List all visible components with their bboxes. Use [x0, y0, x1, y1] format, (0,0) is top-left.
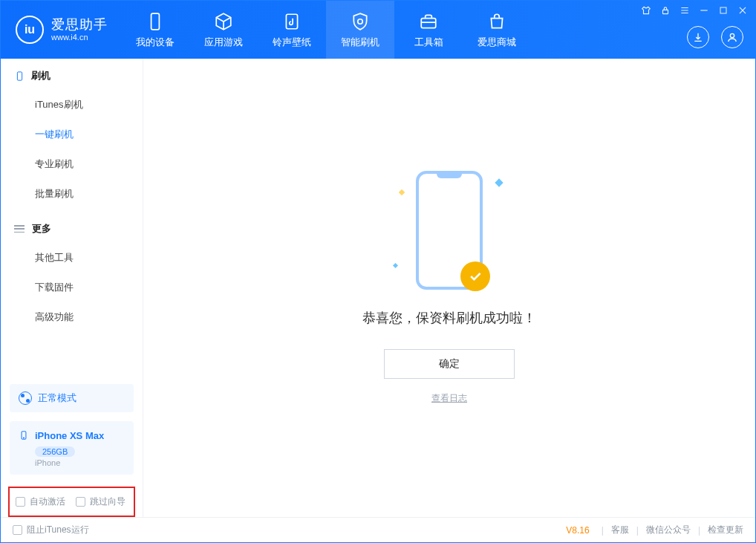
- footer-service-link[interactable]: 客服: [611, 524, 629, 536]
- device-capacity: 256GB: [35, 446, 75, 457]
- svg-point-8: [23, 438, 24, 438]
- sidebar-section-flash: 刷机: [1, 59, 143, 90]
- skip-guide-checkbox[interactable]: 跳过向导: [76, 495, 126, 508]
- header: iu 爱思助手 www.i4.cn 我的设备 应用游戏 铃声壁纸 智能刷机: [1, 1, 755, 59]
- phone-icon: [145, 11, 166, 32]
- svg-rect-4: [720, 7, 726, 13]
- sidebar-section-more: 更多: [1, 209, 143, 243]
- block-itunes-checkbox[interactable]: 阻止iTunes运行: [13, 524, 89, 536]
- phone-illustration: [416, 171, 483, 290]
- sidebar-item-advanced[interactable]: 高级功能: [1, 302, 143, 332]
- close-icon[interactable]: [737, 5, 748, 16]
- tab-device[interactable]: 我的设备: [121, 1, 189, 59]
- cube-icon: [213, 11, 234, 32]
- ok-button[interactable]: 确定: [384, 349, 515, 379]
- options-highlight: 自动激活 跳过向导: [8, 487, 135, 517]
- tab-store[interactable]: 爱思商城: [463, 1, 531, 59]
- music-file-icon: [281, 11, 302, 32]
- auto-activate-checkbox[interactable]: 自动激活: [16, 495, 65, 508]
- toolbox-icon: [418, 11, 439, 32]
- app-title: 爱思助手: [51, 17, 108, 33]
- minimize-icon[interactable]: [699, 5, 709, 16]
- svg-point-5: [730, 33, 734, 37]
- logo: iu 爱思助手 www.i4.cn: [1, 1, 121, 59]
- svg-rect-0: [151, 13, 160, 30]
- device-name: iPhone XS Max: [35, 430, 104, 441]
- main-tabs: 我的设备 应用游戏 铃声壁纸 智能刷机 工具箱 爱思商城: [121, 1, 531, 59]
- footer: 阻止iTunes运行 V8.16 | 客服 | 微信公众号 | 检查更新: [1, 517, 755, 542]
- sidebar-item-other[interactable]: 其他工具: [1, 243, 143, 273]
- bag-icon: [486, 11, 507, 32]
- download-icon[interactable]: [687, 26, 709, 48]
- svg-rect-1: [286, 14, 297, 29]
- sidebar-item-batch[interactable]: 批量刷机: [1, 179, 143, 209]
- mode-icon: [19, 391, 32, 405]
- lock-icon[interactable]: [660, 5, 671, 16]
- view-log-link[interactable]: 查看日志: [431, 392, 467, 405]
- svg-rect-2: [421, 18, 436, 27]
- device-type: iPhone: [35, 458, 125, 467]
- sidebar-item-oneclick[interactable]: 一键刷机: [1, 120, 143, 149]
- device-card[interactable]: iPhone XS Max 256GB iPhone: [10, 421, 134, 475]
- app-subtitle: www.i4.cn: [51, 33, 108, 42]
- version-label: V8.16: [566, 525, 589, 536]
- success-message: 恭喜您，保资料刷机成功啦！: [362, 309, 536, 327]
- logo-icon: iu: [16, 16, 44, 44]
- tab-apps[interactable]: 应用游戏: [189, 1, 258, 59]
- sidebar: 刷机 iTunes刷机 一键刷机 专业刷机 批量刷机 更多 其他工具 下载固件 …: [1, 59, 143, 517]
- list-icon: [14, 225, 25, 233]
- tab-toolbox[interactable]: 工具箱: [394, 1, 463, 59]
- tab-flash[interactable]: 智能刷机: [326, 1, 394, 59]
- menu-icon[interactable]: [680, 5, 690, 16]
- mode-label: 正常模式: [38, 391, 76, 405]
- main-panel: 恭喜您，保资料刷机成功啦！ 确定 查看日志: [143, 59, 755, 517]
- mode-card[interactable]: 正常模式: [10, 384, 134, 412]
- svg-rect-3: [663, 10, 668, 13]
- shirt-icon[interactable]: [641, 5, 651, 16]
- maximize-icon[interactable]: [718, 5, 729, 16]
- shield-refresh-icon: [350, 11, 371, 32]
- sidebar-item-firmware[interactable]: 下载固件: [1, 273, 143, 302]
- success-check-icon: [460, 261, 490, 291]
- window-controls: [641, 5, 748, 16]
- footer-wechat-link[interactable]: 微信公众号: [646, 524, 691, 536]
- svg-rect-6: [17, 71, 22, 79]
- sidebar-item-pro[interactable]: 专业刷机: [1, 149, 143, 179]
- user-icon[interactable]: [721, 26, 743, 48]
- footer-update-link[interactable]: 检查更新: [708, 524, 743, 536]
- sidebar-item-itunes[interactable]: iTunes刷机: [1, 90, 143, 120]
- tab-ring[interactable]: 铃声壁纸: [258, 1, 326, 59]
